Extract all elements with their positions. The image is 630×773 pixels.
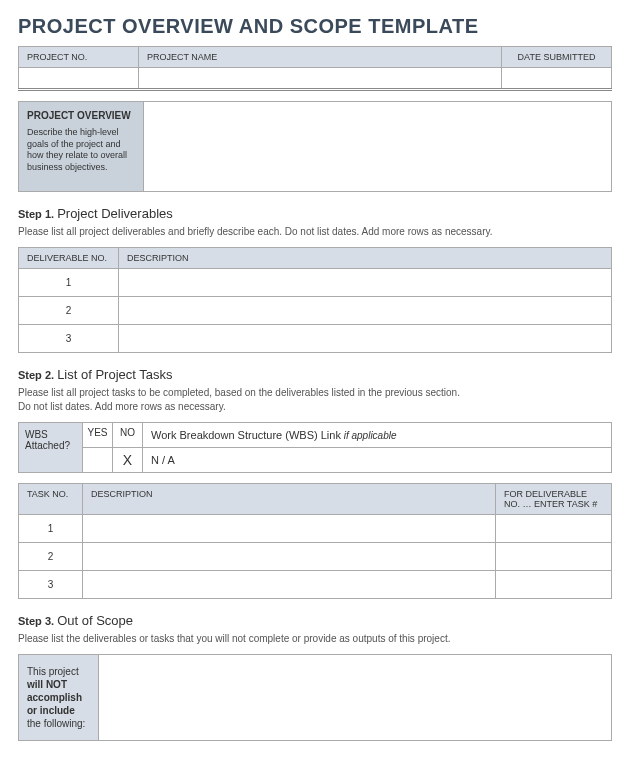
overview-desc: Describe the high-level goals of the pro… bbox=[27, 127, 135, 174]
wbs-link-field[interactable]: N / A bbox=[143, 448, 612, 473]
task-no: 2 bbox=[19, 543, 83, 571]
deliverable-desc-field[interactable] bbox=[119, 325, 612, 353]
header-project-name-label: PROJECT NAME bbox=[139, 47, 502, 68]
step2-heading: Step 2. List of Project Tasks bbox=[18, 367, 612, 382]
deliverables-table: DELIVERABLE NO. DESCRIPTION 1 2 3 bbox=[18, 247, 612, 353]
step3-heading: Step 3. Out of Scope bbox=[18, 613, 612, 628]
task-no: 3 bbox=[19, 571, 83, 599]
deliverable-no: 1 bbox=[19, 269, 119, 297]
overview-title: PROJECT OVERVIEW bbox=[27, 110, 135, 121]
task-desc-field[interactable] bbox=[83, 571, 496, 599]
step2-name: List of Project Tasks bbox=[57, 367, 172, 382]
overview-table: PROJECT OVERVIEW Describe the high-level… bbox=[18, 101, 612, 192]
step3-name: Out of Scope bbox=[57, 613, 133, 628]
step1-heading: Step 1. Project Deliverables bbox=[18, 206, 612, 221]
header-project-no-label: PROJECT NO. bbox=[19, 47, 139, 68]
page-title: PROJECT OVERVIEW AND SCOPE TEMPLATE bbox=[18, 15, 612, 38]
overview-label-cell: PROJECT OVERVIEW Describe the high-level… bbox=[19, 102, 144, 192]
wbs-if-applicable: if applicable bbox=[341, 430, 397, 441]
task-no: 1 bbox=[19, 515, 83, 543]
task-no-header: TASK NO. bbox=[19, 484, 83, 515]
step3-number: Step 3. bbox=[18, 615, 54, 627]
deliverable-desc-field[interactable] bbox=[119, 297, 612, 325]
scope-label-cell: This project will NOT accomplish or incl… bbox=[19, 655, 99, 741]
task-for-field[interactable] bbox=[496, 543, 612, 571]
scope-field[interactable] bbox=[99, 655, 612, 741]
deliverable-no: 3 bbox=[19, 325, 119, 353]
scope-label-3: the following: bbox=[27, 718, 85, 729]
step1-instr: Please list all project deliverables and… bbox=[18, 225, 612, 239]
table-row: 2 bbox=[19, 543, 612, 571]
header-table: PROJECT NO. PROJECT NAME DATE SUBMITTED bbox=[18, 46, 612, 91]
overview-field[interactable] bbox=[144, 102, 612, 192]
step1-number: Step 1. bbox=[18, 208, 54, 220]
table-row: 3 bbox=[19, 325, 612, 353]
scope-label-1: This project bbox=[27, 666, 79, 677]
step2-number: Step 2. bbox=[18, 369, 54, 381]
table-row: 1 bbox=[19, 515, 612, 543]
scope-label-2: will NOT accomplish or include bbox=[27, 679, 82, 716]
wbs-yes-header: YES bbox=[83, 423, 113, 448]
header-project-no-field[interactable] bbox=[19, 68, 139, 90]
wbs-table: WBS Attached? YES NO Work Breakdown Stru… bbox=[18, 422, 612, 473]
deliverable-no: 2 bbox=[19, 297, 119, 325]
wbs-yes-field[interactable] bbox=[83, 448, 113, 473]
table-row: 3 bbox=[19, 571, 612, 599]
tasks-table: TASK NO. DESCRIPTION FOR DELIVERABLE NO.… bbox=[18, 483, 612, 599]
wbs-no-field[interactable]: X bbox=[113, 448, 143, 473]
header-date-label: DATE SUBMITTED bbox=[502, 47, 612, 68]
wbs-no-header: NO bbox=[113, 423, 143, 448]
step1-name: Project Deliverables bbox=[57, 206, 173, 221]
wbs-link-header: Work Breakdown Structure (WBS) Link if a… bbox=[143, 423, 612, 448]
task-desc-field[interactable] bbox=[83, 543, 496, 571]
header-date-field[interactable] bbox=[502, 68, 612, 90]
scope-table: This project will NOT accomplish or incl… bbox=[18, 654, 612, 741]
step3-instr: Please list the deliverables or tasks th… bbox=[18, 632, 612, 646]
table-row: 2 bbox=[19, 297, 612, 325]
task-for-field[interactable] bbox=[496, 571, 612, 599]
task-for-header: FOR DELIVERABLE NO. … ENTER TASK # bbox=[496, 484, 612, 515]
table-row: 1 bbox=[19, 269, 612, 297]
task-desc-field[interactable] bbox=[83, 515, 496, 543]
header-project-name-field[interactable] bbox=[139, 68, 502, 90]
step2-instr: Please list all project tasks to be comp… bbox=[18, 386, 612, 414]
task-desc-header: DESCRIPTION bbox=[83, 484, 496, 515]
deliverable-desc-header: DESCRIPTION bbox=[119, 248, 612, 269]
deliverable-no-header: DELIVERABLE NO. bbox=[19, 248, 119, 269]
wbs-link-label: Work Breakdown Structure (WBS) Link bbox=[151, 429, 341, 441]
wbs-attached-label: WBS Attached? bbox=[19, 423, 83, 473]
task-for-field[interactable] bbox=[496, 515, 612, 543]
deliverable-desc-field[interactable] bbox=[119, 269, 612, 297]
